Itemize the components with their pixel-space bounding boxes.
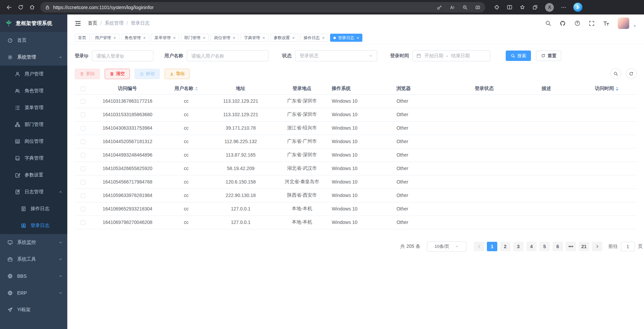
- tab-4[interactable]: 部门管理×: [181, 34, 209, 42]
- page-button-4[interactable]: 5: [539, 242, 550, 251]
- close-tab-icon[interactable]: ×: [292, 36, 295, 40]
- back-icon[interactable]: [3, 2, 15, 13]
- table-row[interactable]: 1641043063331753984cc39.171.210.78浙江省-绍兴…: [75, 121, 637, 135]
- row-checkbox[interactable]: [81, 207, 85, 211]
- sidebar-item-11[interactable]: 登录日志: [0, 217, 67, 234]
- search-icon[interactable]: [545, 20, 551, 26]
- close-tab-icon[interactable]: ×: [203, 36, 206, 40]
- table-row[interactable]: 1641069798270046208cc127.0.0.1本地-本机Windo…: [75, 216, 637, 229]
- column-header-user[interactable]: 用户名称: [163, 83, 209, 94]
- table-row[interactable]: 1641031533185863680cc113.102.129.221广东省-…: [75, 108, 637, 121]
- table-row[interactable]: 1641059633978281984cc222.90.130.18陕西省-西安…: [75, 189, 637, 202]
- page-size-select[interactable]: 10条/页: [427, 241, 466, 252]
- sidebar-item-13[interactable]: 系统工具: [0, 251, 67, 268]
- user-avatar[interactable]: [618, 18, 629, 29]
- caret-down-icon[interactable]: [633, 24, 637, 28]
- sidebar-item-0[interactable]: 首页: [0, 32, 67, 49]
- export-button[interactable]: 导出: [165, 69, 190, 79]
- row-checkbox[interactable]: [81, 112, 85, 117]
- clear-button[interactable]: 清空: [105, 69, 130, 79]
- breadcrumb-system[interactable]: 系统管理: [105, 20, 123, 26]
- question-icon[interactable]: [574, 20, 580, 26]
- user-name-input[interactable]: [187, 50, 269, 61]
- row-checkbox[interactable]: [81, 139, 85, 144]
- extensions-icon[interactable]: [494, 4, 500, 10]
- more-icon[interactable]: [561, 5, 566, 10]
- profile-icon[interactable]: [545, 3, 554, 12]
- sidebar-item-14[interactable]: BBS: [0, 268, 67, 285]
- sidebar-item-16[interactable]: Yi框架: [0, 301, 67, 318]
- column-header-time[interactable]: 访问时间: [577, 83, 637, 94]
- sidebar-item-8[interactable]: 参数设置: [0, 167, 67, 184]
- goto-page-input[interactable]: [621, 242, 635, 251]
- password-key-icon[interactable]: [437, 5, 442, 10]
- next-page-button[interactable]: [592, 242, 602, 251]
- breadcrumb-home[interactable]: 首页: [88, 20, 97, 26]
- close-tab-icon[interactable]: ×: [232, 36, 235, 40]
- fullscreen-icon[interactable]: [589, 21, 595, 26]
- row-checkbox[interactable]: [81, 220, 85, 225]
- date-range-picker[interactable]: 开始日期 - 结束日期: [413, 50, 490, 61]
- search-button[interactable]: 搜索: [506, 51, 531, 61]
- sidebar-item-7[interactable]: 字典管理: [0, 150, 67, 167]
- tab-0[interactable]: 首页: [75, 34, 90, 42]
- row-checkbox[interactable]: [81, 180, 85, 185]
- page-button-7[interactable]: 21: [579, 242, 589, 251]
- row-checkbox[interactable]: [81, 99, 85, 104]
- close-tab-icon[interactable]: ×: [357, 36, 359, 40]
- sort-carets-icon[interactable]: [616, 87, 618, 91]
- sidebar-item-5[interactable]: 部门管理: [0, 116, 67, 133]
- split-screen-icon[interactable]: [507, 4, 512, 10]
- close-tab-icon[interactable]: ×: [173, 36, 176, 40]
- close-tab-icon[interactable]: ×: [143, 36, 146, 40]
- refresh-table-button[interactable]: [626, 68, 637, 79]
- sort-carets-icon[interactable]: [195, 87, 198, 91]
- sidebar-item-9[interactable]: 日志管理: [0, 184, 67, 200]
- delete-button[interactable]: 删除: [75, 69, 100, 79]
- tab-6[interactable]: 字典管理×: [241, 34, 269, 42]
- table-row[interactable]: 1641044520567181312cc112.96.225.132广东省-广…: [75, 135, 637, 148]
- unlock-button[interactable]: 解锁: [135, 69, 160, 79]
- table-row[interactable]: 1641053426655825920cc58.19.42.209湖北省-武汉市…: [75, 162, 637, 175]
- close-tab-icon[interactable]: ×: [113, 36, 116, 40]
- tab-7[interactable]: 参数设置×: [271, 34, 298, 42]
- home-icon[interactable]: [26, 2, 38, 13]
- close-tab-icon[interactable]: ×: [322, 36, 325, 40]
- page-button-1[interactable]: 2: [500, 242, 510, 251]
- tab-9[interactable]: 登录日志×: [330, 34, 363, 42]
- favorites-icon[interactable]: [520, 4, 525, 10]
- address-bar[interactable]: https://ccnetcore.com:1101/system/log/lo…: [40, 2, 485, 12]
- github-icon[interactable]: [560, 20, 566, 27]
- bing-icon[interactable]: b: [573, 3, 582, 12]
- prev-page-button[interactable]: [474, 242, 484, 251]
- table-row[interactable]: 1641054566717984768cc120.6.150.158河北省-秦皇…: [75, 175, 637, 189]
- sidebar-item-1[interactable]: 系统管理: [0, 49, 67, 66]
- ip-input[interactable]: [92, 50, 153, 61]
- page-button-6[interactable]: •••: [566, 242, 576, 251]
- tab-1[interactable]: 用户管理×: [92, 34, 119, 42]
- row-checkbox[interactable]: [81, 193, 85, 198]
- page-button-5[interactable]: 6: [552, 242, 563, 251]
- row-checkbox[interactable]: [81, 153, 85, 158]
- row-checkbox[interactable]: [81, 166, 85, 171]
- select-all-checkbox[interactable]: [81, 87, 85, 91]
- page-button-active[interactable]: 1: [487, 242, 497, 251]
- toggle-search-button[interactable]: [610, 68, 621, 79]
- sidebar-item-10[interactable]: 操作日志: [0, 200, 67, 217]
- table-row[interactable]: 1641044993248464896cc113.87.92.165广东省-深圳…: [75, 148, 637, 162]
- app-logo[interactable]: 意框架管理系统: [0, 14, 67, 32]
- sidebar-item-6[interactable]: 岗位管理: [0, 133, 67, 150]
- tab-3[interactable]: 菜单管理×: [151, 34, 179, 42]
- table-row[interactable]: 1641069652933218304cc127.0.0.1本地-本机Windo…: [75, 202, 637, 216]
- sidebar-item-12[interactable]: 系统监控: [0, 234, 67, 251]
- zoom-out-icon[interactable]: [462, 5, 468, 10]
- tab-2[interactable]: 角色管理×: [121, 34, 149, 42]
- font-size-icon[interactable]: [603, 20, 609, 27]
- row-checkbox[interactable]: [81, 126, 85, 131]
- sidebar-item-4[interactable]: 菜单管理: [0, 99, 67, 116]
- page-button-2[interactable]: 3: [513, 242, 524, 251]
- sidebar-item-15[interactable]: ERP: [0, 285, 67, 301]
- reset-button[interactable]: 重置: [536, 51, 561, 61]
- table-row[interactable]: 1641031367863177216cc113.102.129.221广东省-…: [75, 94, 637, 108]
- tab-5[interactable]: 岗位管理×: [211, 34, 239, 42]
